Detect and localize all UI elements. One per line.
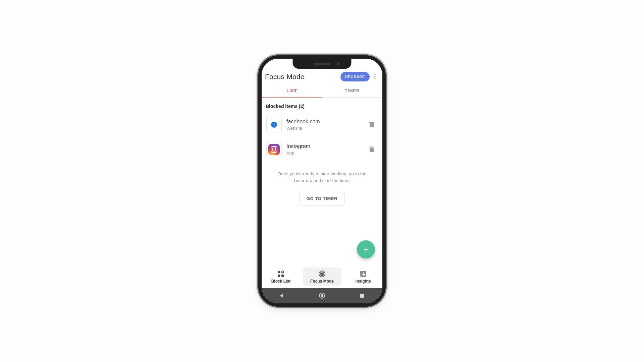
triangle-back-icon [279, 293, 284, 298]
android-recents-button[interactable] [356, 289, 369, 302]
item-text: Instagram App [286, 143, 361, 156]
tab-bar: LIST TIMER [262, 83, 382, 98]
phone-notch [293, 59, 352, 69]
item-icon-box [266, 142, 282, 157]
block-list-icon [277, 270, 284, 278]
svg-rect-19 [363, 273, 364, 276]
circle-home-icon [319, 292, 325, 299]
upgrade-button[interactable]: UPGRADE [340, 72, 370, 81]
item-subtitle: Website [286, 126, 361, 131]
nav-label: Block List [271, 279, 290, 284]
facebook-icon: f [271, 122, 277, 128]
target-icon [318, 270, 326, 278]
svg-rect-3 [370, 123, 374, 127]
item-title: facebook.com [286, 119, 361, 125]
svg-point-23 [321, 294, 323, 297]
svg-rect-10 [278, 275, 280, 277]
phone-camera [337, 62, 340, 65]
svg-rect-5 [371, 122, 373, 122]
tab-list[interactable]: LIST [262, 83, 322, 97]
svg-rect-24 [360, 294, 364, 298]
list-item[interactable]: Instagram App [265, 137, 379, 162]
square-recents-icon [360, 293, 365, 298]
svg-point-16 [321, 273, 323, 275]
svg-point-2 [374, 78, 375, 79]
nav-block-list[interactable]: Block List [262, 267, 300, 286]
svg-rect-11 [281, 275, 284, 277]
nav-insights[interactable]: Insights [344, 267, 382, 286]
trash-icon [369, 122, 374, 128]
svg-point-0 [374, 74, 375, 75]
phone-frame: Focus Mode UPGRADE LIST TIMER Blocked it… [262, 59, 382, 303]
tab-timer[interactable]: TIMER [322, 83, 382, 97]
phone-speaker [314, 63, 330, 65]
android-system-bar [262, 288, 382, 303]
add-fab[interactable]: + [357, 240, 375, 258]
svg-rect-18 [362, 274, 363, 276]
plus-icon: + [363, 244, 368, 255]
trash-icon [369, 146, 374, 153]
nav-focus-mode[interactable]: Focus Mode [303, 267, 341, 286]
item-title: Instagram [286, 143, 361, 149]
item-text: facebook.com Website [286, 119, 361, 131]
svg-rect-6 [370, 148, 374, 152]
hint-text: Once you're ready to start working, go t… [265, 162, 379, 188]
item-subtitle: App [286, 150, 361, 156]
svg-rect-8 [371, 146, 373, 147]
insights-icon [360, 270, 367, 278]
list-item[interactable]: f facebook.com Website [265, 112, 379, 137]
content-area: Blocked items (2) f facebook.com Website [262, 98, 382, 266]
android-back-button[interactable] [275, 289, 288, 302]
svg-rect-20 [364, 274, 365, 276]
svg-marker-21 [280, 294, 283, 298]
more-menu-button[interactable] [370, 71, 380, 82]
item-icon-box: f [266, 117, 282, 132]
blocked-items-heading: Blocked items (2) [265, 98, 379, 112]
app-screen: Focus Mode UPGRADE LIST TIMER Blocked it… [262, 59, 382, 303]
svg-point-1 [374, 76, 375, 77]
delete-button[interactable] [366, 119, 378, 131]
more-vert-icon [374, 74, 376, 79]
svg-rect-9 [278, 271, 280, 273]
delete-button[interactable] [366, 143, 378, 156]
bottom-nav: Block List Focus Mode Insights [262, 266, 382, 288]
android-home-button[interactable] [315, 289, 329, 302]
page-title: Focus Mode [265, 73, 340, 81]
instagram-icon [268, 144, 280, 155]
nav-label: Insights [356, 279, 371, 284]
go-to-timer-button[interactable]: GO TO TIMER [300, 192, 344, 205]
nav-label: Focus Mode [310, 279, 334, 284]
